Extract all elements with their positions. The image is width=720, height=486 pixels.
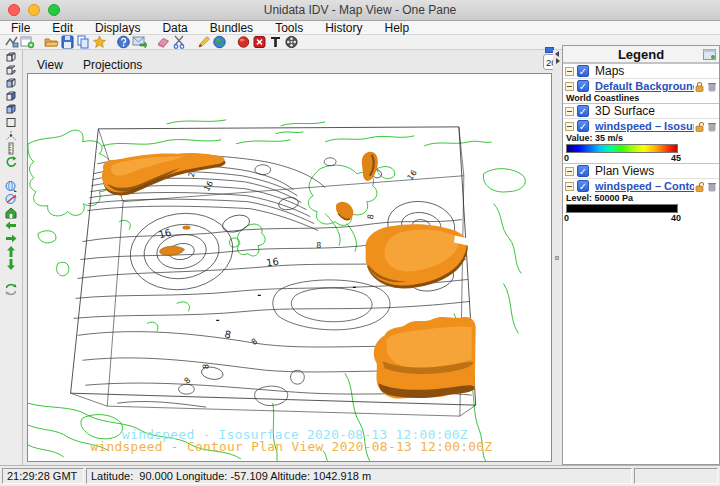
menu-help[interactable]: Help (373, 21, 420, 35)
isosurface-blob-bottomright (374, 317, 476, 399)
legend-item-isosurface: windspeed – Isosurface (563, 118, 719, 133)
isosurface-value-label: Value: 35 m/s (563, 133, 719, 143)
pan-left-icon[interactable] (2, 219, 20, 232)
status-bar: 21:29:28 GMT Latitude: 90.000 Longitude:… (0, 465, 720, 486)
collapse-icon[interactable] (565, 67, 574, 76)
copy-icon[interactable] (76, 35, 91, 49)
view-right-icon[interactable] (2, 90, 20, 103)
capture-image-icon[interactable] (236, 35, 251, 49)
plan-view-colorbar[interactable] (566, 204, 678, 213)
menu-view[interactable]: View (37, 58, 63, 72)
add-note-icon[interactable] (268, 35, 283, 49)
display-link[interactable]: Default Background Maps (595, 80, 694, 92)
pan-up-icon[interactable] (2, 245, 20, 258)
collapse-icon[interactable] (565, 82, 574, 91)
display-link[interactable]: windspeed – Isosurface (595, 120, 694, 132)
cursor-position-readout: Latitude: 90.000 Longitude: -57.109 Alti… (86, 468, 632, 484)
trash-icon[interactable] (707, 121, 717, 132)
favorites-star-icon[interactable] (92, 35, 107, 49)
isosurface-blob-right (366, 224, 469, 288)
main-content: View Projections 2020-08-13 12:00:00Z (0, 50, 720, 465)
map-scene[interactable]: 24 16 16 16 16 16 8 8 8 8 8 8 (28, 74, 551, 461)
open-folder-icon[interactable] (44, 35, 59, 49)
set-center-point-icon[interactable] (2, 129, 20, 142)
view-top-icon[interactable] (2, 51, 20, 64)
splitter-grip[interactable] (555, 256, 559, 260)
svg-text:8: 8 (201, 364, 210, 370)
legend-item-contour-plan: windspeed – Contour Pl... (563, 178, 719, 193)
isosurface-colorbar[interactable] (566, 144, 678, 153)
reset-view-icon[interactable] (2, 155, 20, 168)
support-request-icon[interactable] (132, 35, 147, 49)
menu-tools[interactable]: Tools (264, 21, 314, 35)
cancel-icon[interactable] (252, 35, 267, 49)
menu-data[interactable]: Data (151, 21, 198, 35)
collapse-icon[interactable] (565, 167, 574, 176)
trash-icon[interactable] (707, 181, 717, 192)
collapse-icon[interactable] (565, 122, 574, 131)
colorbar-max: 45 (671, 153, 681, 163)
collapse-icon[interactable] (565, 107, 574, 116)
svg-text:16: 16 (202, 179, 215, 192)
rubber-band-zoom-icon[interactable] (2, 116, 20, 129)
pan-down-icon[interactable] (2, 258, 20, 271)
svg-text:16: 16 (157, 227, 172, 241)
home-view-icon[interactable] (2, 206, 20, 219)
trash-icon[interactable] (707, 81, 717, 92)
viewpoint-toolbar (0, 50, 23, 465)
surface-checkbox[interactable] (577, 105, 589, 117)
capture-movie-icon[interactable] (284, 35, 299, 49)
plan-level-label: Level: 50000 Pa (563, 193, 719, 203)
section-label: Maps (595, 64, 624, 78)
view-left-icon[interactable] (2, 77, 20, 90)
legend-splitter[interactable] (553, 50, 562, 465)
unlock-icon[interactable] (694, 121, 705, 132)
map-layer-label: World Coastlines (563, 93, 719, 103)
plan-view-caption: windspeed - Contour Plan View 2020-08-13… (90, 439, 492, 454)
pan-globe-icon[interactable] (2, 180, 20, 193)
float-legend-icon[interactable] (703, 49, 716, 60)
display-link[interactable]: windspeed – Contour Pl... (595, 180, 694, 192)
plan-views-checkbox[interactable] (577, 165, 589, 177)
cut-icon[interactable] (172, 35, 187, 49)
menu-displays[interactable]: Displays (84, 21, 151, 35)
lock-icon[interactable] (694, 181, 705, 192)
item-checkbox[interactable] (577, 120, 589, 132)
menu-edit[interactable]: Edit (41, 21, 84, 35)
maps-checkbox[interactable] (577, 65, 589, 77)
help-icon[interactable] (116, 35, 131, 49)
drawing-pencil-icon[interactable] (196, 35, 211, 49)
vertical-scale-icon[interactable] (2, 142, 20, 155)
clock-readout: 21:29:28 GMT (2, 468, 84, 484)
svg-text:16: 16 (265, 256, 279, 269)
colorbar-min: 0 (564, 213, 569, 223)
section-label: Plan Views (595, 164, 654, 178)
isosurface-blob-sliver (336, 202, 353, 221)
item-checkbox[interactable] (577, 80, 589, 92)
view-front-icon[interactable] (2, 103, 20, 116)
eraser-icon[interactable] (156, 35, 171, 49)
svg-text:8: 8 (250, 337, 259, 347)
item-checkbox[interactable] (577, 180, 589, 192)
lock-icon[interactable] (694, 81, 705, 92)
new-window-icon[interactable] (20, 35, 35, 49)
legend-header: Legend (563, 46, 719, 63)
menu-history[interactable]: History (314, 21, 373, 35)
pan-right-icon[interactable] (2, 232, 20, 245)
collapse-icon[interactable] (565, 182, 574, 191)
splitter-collapse-arrows[interactable] (554, 50, 561, 64)
drag-rotate-icon[interactable] (2, 193, 20, 206)
legend-item-default-background-maps: Default Background Maps (563, 78, 719, 93)
map-3d-display[interactable]: 24 16 16 16 16 16 8 8 8 8 8 8 (27, 73, 552, 462)
save-icon[interactable] (60, 35, 75, 49)
menu-bundles[interactable]: Bundles (199, 21, 264, 35)
isosurface-blob-crescent (362, 152, 378, 181)
isosurface-blob-dot (183, 225, 191, 229)
menu-file[interactable]: File (0, 21, 41, 35)
menu-projections[interactable]: Projections (83, 58, 142, 72)
coastlines (28, 120, 525, 461)
projections-globe-icon[interactable] (212, 35, 227, 49)
auto-rotate-icon[interactable] (2, 283, 20, 296)
view-bottom-icon[interactable] (2, 64, 20, 77)
data-chooser-icon[interactable] (4, 35, 19, 49)
